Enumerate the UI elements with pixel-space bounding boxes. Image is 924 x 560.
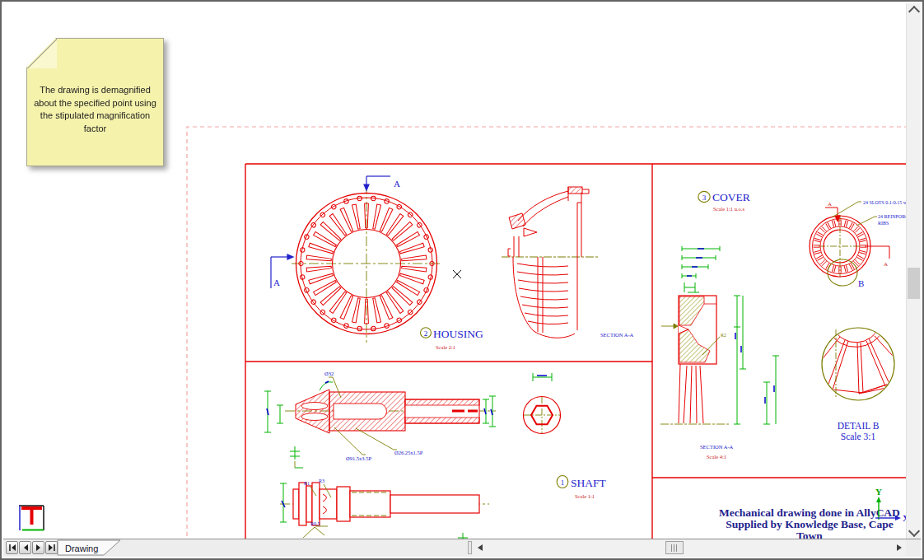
vertical-scrollbar[interactable]	[906, 3, 921, 539]
shaft-outline-view: R1 R3 R0.5	[280, 478, 489, 543]
first-icon	[8, 544, 16, 552]
shaft-scale: Scale 1:1	[575, 493, 595, 499]
sticky-note[interactable]: The drawing is demagnified about the spe…	[26, 38, 164, 166]
last-icon	[48, 544, 56, 552]
detail-b-view: DETAIL B Scale 3:1	[786, 325, 913, 441]
origin-icon	[19, 506, 44, 530]
cover-number: 3	[702, 194, 707, 202]
housing-marker-left: A	[273, 278, 280, 287]
sheet-tab-drawing[interactable]: Drawing	[56, 539, 132, 556]
ucs-axes-icon: Y X	[875, 487, 909, 523]
cover-marker-right: A	[884, 261, 888, 268]
cover-scale: Scale 1:1 u.o.s	[713, 206, 744, 212]
cover-label: COVER	[712, 191, 750, 203]
pane-splitter[interactable]	[468, 541, 472, 554]
title-block: Mechanical drawing done in AllyCAD Suppl…	[719, 506, 900, 542]
cover-ribs-note-2: RIBS	[878, 221, 889, 226]
cover-radius-note: R2	[721, 333, 726, 338]
housing-view: A A 2 HOUSING Scale 2:1	[271, 176, 483, 350]
cover-detail-marker: B	[858, 278, 864, 288]
housing-number: 2	[424, 329, 428, 338]
shaft-dia-note-right: Ø26.25x1.5P	[394, 450, 423, 455]
title-line-2: Supplied by Knowledge Base, Cape	[726, 518, 894, 530]
scroll-left-icon[interactable]	[478, 544, 483, 551]
shaft-radius-note-1: R1	[304, 481, 310, 486]
horizontal-scrollbar-thumb[interactable]	[665, 541, 684, 554]
next-icon	[35, 544, 43, 552]
detail-b-label: DETAIL B	[838, 421, 880, 431]
scroll-right-icon[interactable]	[897, 544, 902, 551]
detail-b-scale: Scale 3:1	[841, 432, 876, 441]
scroll-down-icon[interactable]	[908, 525, 920, 537]
cad-window: A A 2 HOUSING Scale 2:1	[0, 0, 924, 560]
scroll-up-icon[interactable]	[908, 6, 920, 17]
housing-scale: Scale 2:1	[436, 344, 455, 350]
next-sheet-button[interactable]	[32, 541, 44, 554]
cover-marker-top: A	[828, 201, 832, 208]
shaft-number: 1	[561, 478, 565, 487]
note-text: The drawing is demagnified about the spe…	[32, 84, 158, 135]
y-axis-label: Y	[875, 487, 882, 497]
housing-marker-top: A	[394, 179, 400, 189]
sheet-margin	[187, 127, 908, 544]
prev-icon	[21, 544, 30, 552]
thumb-grip	[671, 544, 679, 552]
sheet-tab-label: Drawing	[65, 544, 98, 553]
shaft-radius-note-3: R0.5	[310, 521, 320, 526]
vertical-scrollbar-thumb[interactable]	[908, 268, 920, 299]
cover-view: 3 COVER Scale 1:1 u.o.s	[682, 191, 918, 292]
cover-section-scale: Scale 4:1	[707, 454, 726, 460]
first-sheet-button[interactable]	[6, 541, 18, 554]
housing-label: HOUSING	[433, 328, 483, 340]
housing-section-view: SECTION A-A	[502, 187, 634, 338]
shaft-section-view: Ø32 Ø91.5x3.5P Ø26.25x1.5P	[264, 371, 496, 468]
prev-sheet-button[interactable]	[19, 541, 31, 554]
shaft-radius-note-2: R3	[319, 478, 324, 483]
horizontal-scrollbar[interactable]	[474, 540, 906, 556]
housing-section-label: SECTION A-A	[600, 332, 634, 338]
shaft-end-view: 1 SHAFT Scale 1:1	[524, 373, 607, 499]
bottom-bar: Drawing	[3, 539, 921, 557]
note-fold-corner	[27, 39, 57, 68]
shaft-label: SHAFT	[571, 477, 607, 489]
shaft-dia-note-top: Ø32	[324, 371, 334, 376]
shaft-dia-note-left: Ø91.5x3.5P	[346, 455, 371, 461]
title-line-1: Mechanical drawing done in AllyCAD	[719, 506, 900, 519]
cover-section-view: R2 SECTION A-A Scale 4:1	[660, 296, 779, 460]
cover-section-label: SECTION A-A	[700, 444, 734, 450]
